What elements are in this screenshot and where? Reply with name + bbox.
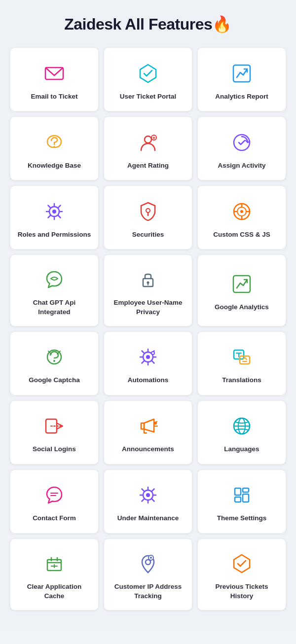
card-agent-rating: Agent Rating (104, 116, 192, 180)
card-label: Theme Settings (217, 514, 267, 523)
card-label: Custom CSS & JS (213, 230, 270, 240)
contact-form-icon (41, 482, 67, 508)
languages-icon (229, 413, 255, 439)
card-chat-gpt: Chat GPT Api Integrated (10, 254, 99, 326)
card-label: Email to Ticket (31, 92, 77, 102)
social-logins-icon (41, 413, 67, 439)
translations-icon (229, 344, 255, 370)
card-google-captcha: Google Captcha (10, 331, 99, 395)
card-label: Automations (128, 376, 169, 385)
custom-css-js-icon (229, 199, 255, 224)
card-label: User Ticket Portal (120, 92, 177, 102)
card-label: Knowledge Base (28, 161, 81, 171)
card-label: Clear Application Cache (16, 582, 92, 601)
card-user-ticket-portal: User Ticket Portal (104, 47, 192, 111)
svg-point-37 (146, 493, 150, 497)
securities-icon (135, 199, 161, 224)
card-label: Assign Activity (218, 161, 265, 171)
svg-point-48 (146, 560, 150, 565)
svg-point-21 (146, 355, 150, 359)
card-label: Roles and Permissions (18, 230, 91, 240)
features-grid: Email to Ticket User Ticket Portal An (10, 47, 286, 610)
card-securities: Securities (104, 185, 192, 250)
card-analytics-report: Analytics Report (197, 47, 286, 111)
card-employee-username-privacy: Employee User-Name Privacy (104, 254, 192, 326)
card-theme-settings: Theme Settings (197, 469, 286, 534)
user-ticket-portal-icon (135, 61, 161, 86)
svg-marker-51 (234, 555, 250, 572)
card-ip-tracking: Customer IP Address Tracking (104, 538, 192, 610)
card-label: Previous Tickets History (204, 582, 280, 601)
clear-cache-icon (41, 551, 67, 576)
svg-point-4 (145, 136, 151, 143)
card-translations: Translations (197, 331, 286, 395)
employee-username-privacy-icon (135, 267, 161, 292)
agent-rating-icon (135, 130, 161, 155)
svg-rect-40 (243, 494, 249, 502)
under-maintenance-icon (135, 482, 161, 508)
svg-point-13 (240, 210, 243, 213)
page-title: Zaidesk All Features🔥 (10, 15, 286, 34)
card-label: Google Captcha (29, 376, 80, 385)
svg-rect-39 (243, 488, 249, 492)
card-label: Analytics Report (215, 92, 268, 102)
card-previous-tickets: Previous Tickets History (197, 538, 286, 610)
svg-point-50 (150, 557, 152, 559)
card-contact-form: Contact Form (10, 469, 99, 534)
svg-rect-38 (235, 488, 241, 495)
card-announcements: Announcements (104, 400, 192, 465)
card-label: Under Maintenance (117, 514, 179, 523)
google-captcha-icon (41, 344, 67, 370)
automations-icon (135, 344, 161, 370)
chat-gpt-icon (41, 267, 67, 292)
svg-point-19 (53, 360, 55, 362)
card-label: Agent Rating (127, 161, 169, 171)
previous-tickets-icon (229, 551, 255, 576)
knowledge-base-icon (41, 130, 67, 155)
theme-settings-icon (229, 482, 255, 508)
card-label: Announcements (122, 445, 174, 454)
card-label: Languages (224, 445, 259, 454)
card-label: Translations (222, 376, 261, 385)
card-automations: Automations (104, 331, 192, 395)
card-label: Customer IP Address Tracking (110, 582, 186, 601)
assign-activity-icon (229, 130, 255, 155)
card-knowledge-base: Knowledge Base (10, 116, 99, 180)
svg-rect-41 (235, 497, 241, 502)
card-email-to-ticket: Email to Ticket (10, 47, 99, 111)
card-languages: Languages (197, 400, 286, 465)
card-label: Chat GPT Api Integrated (16, 298, 92, 317)
card-label: Securities (132, 230, 164, 240)
svg-point-8 (52, 210, 56, 214)
card-custom-css-js: Custom CSS & JS (197, 185, 286, 250)
card-google-analytics: Google Analytics (197, 254, 286, 326)
svg-point-22 (151, 352, 154, 355)
svg-marker-1 (140, 65, 156, 82)
card-label: Contact Form (33, 514, 76, 523)
card-label: Social Logins (33, 445, 76, 454)
email-to-ticket-icon (41, 61, 67, 86)
card-assign-activity: Assign Activity (197, 116, 286, 180)
svg-point-3 (54, 145, 55, 147)
analytics-report-icon (229, 61, 255, 86)
card-under-maintenance: Under Maintenance (104, 469, 192, 534)
google-analytics-icon (229, 271, 255, 297)
ip-tracking-icon (135, 551, 161, 576)
card-label: Google Analytics (215, 303, 269, 312)
card-roles-permissions: Roles and Permissions (10, 185, 99, 250)
card-label: Employee User-Name Privacy (110, 298, 186, 317)
card-social-logins: Social Logins (10, 400, 99, 465)
roles-permissions-icon (41, 199, 67, 224)
announcements-icon (135, 413, 161, 439)
page-wrapper: Zaidesk All Features🔥 Email to Ticket Us… (0, 0, 296, 630)
card-clear-cache: Clear Application Cache (10, 538, 99, 610)
